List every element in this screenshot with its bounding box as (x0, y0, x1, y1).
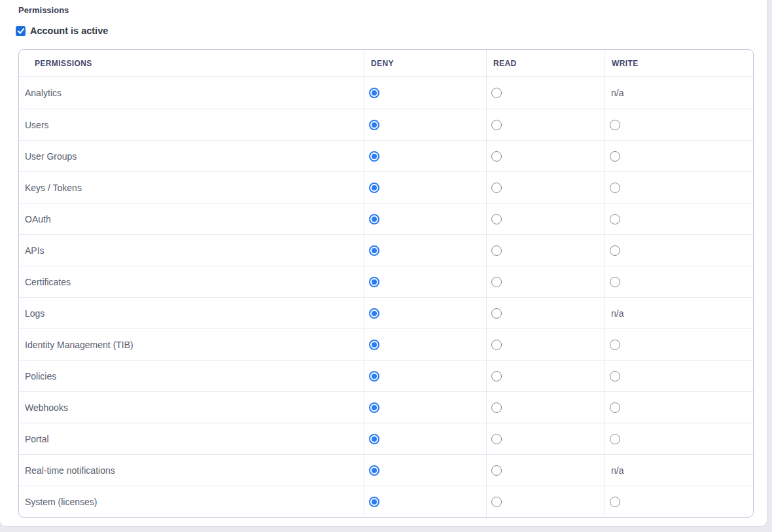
column-header-deny: DENY (364, 50, 486, 77)
read-cell (486, 172, 605, 203)
write-radio[interactable] (610, 340, 620, 350)
deny-cell (364, 298, 486, 328)
deny-cell (364, 392, 486, 423)
deny-radio[interactable] (369, 434, 379, 444)
write-na-value: n/a (610, 465, 623, 476)
write-cell (605, 423, 753, 454)
deny-cell (364, 141, 486, 171)
column-header-write: WRITE (605, 50, 753, 77)
write-radio[interactable] (610, 371, 620, 381)
write-radio[interactable] (610, 214, 620, 224)
read-cell (486, 298, 605, 328)
read-radio[interactable] (491, 497, 502, 507)
read-cell (486, 109, 605, 140)
deny-cell (364, 109, 486, 140)
write-cell: n/a (605, 77, 753, 109)
deny-radio[interactable] (369, 497, 379, 507)
read-radio[interactable] (491, 151, 502, 162)
read-cell (486, 455, 605, 486)
permission-label: System (licenses) (19, 486, 364, 517)
write-radio[interactable] (610, 434, 620, 444)
permission-label: Users (19, 109, 364, 140)
read-radio[interactable] (491, 402, 502, 413)
read-radio[interactable] (491, 371, 502, 381)
permission-label: Policies (19, 361, 364, 391)
permission-row: Users (19, 109, 753, 140)
read-radio[interactable] (491, 277, 502, 287)
deny-radio[interactable] (369, 88, 379, 98)
write-radio[interactable] (610, 245, 620, 256)
permission-label: Real-time notifications (19, 455, 364, 486)
permission-label: Logs (19, 298, 364, 328)
write-cell (605, 141, 753, 171)
permission-row: Identity Management (TIB) (19, 328, 753, 360)
deny-radio[interactable] (369, 340, 379, 350)
write-radio[interactable] (610, 277, 620, 287)
read-cell (486, 266, 605, 297)
read-radio[interactable] (491, 120, 502, 130)
deny-cell (364, 172, 486, 203)
read-radio[interactable] (491, 340, 502, 350)
write-radio[interactable] (610, 402, 620, 413)
deny-radio[interactable] (369, 183, 379, 193)
read-cell (486, 329, 605, 360)
deny-radio[interactable] (369, 371, 379, 381)
write-radio[interactable] (610, 183, 620, 193)
deny-cell (364, 77, 486, 109)
deny-cell (364, 486, 486, 517)
permissions-table: PERMISSIONS DENY READ WRITE Analyticsn/a… (18, 49, 754, 518)
write-cell (605, 392, 753, 423)
read-radio[interactable] (491, 245, 502, 256)
permission-label: Keys / Tokens (19, 172, 364, 203)
deny-cell (364, 455, 486, 486)
write-radio[interactable] (610, 120, 620, 130)
permission-row: OAuth (19, 203, 753, 234)
permission-label: APIs (19, 235, 364, 266)
deny-cell (364, 329, 486, 360)
read-cell (486, 235, 605, 266)
read-radio[interactable] (491, 434, 502, 444)
write-radio[interactable] (610, 497, 620, 507)
account-active-checkbox[interactable] (16, 26, 26, 36)
write-cell (605, 486, 753, 517)
permission-label: Portal (19, 423, 364, 454)
permission-label: OAuth (19, 204, 364, 234)
deny-radio[interactable] (369, 465, 379, 476)
deny-radio[interactable] (369, 402, 379, 413)
deny-radio[interactable] (369, 245, 379, 256)
deny-radio[interactable] (369, 214, 379, 224)
deny-cell (364, 266, 486, 297)
write-cell (605, 361, 753, 391)
read-radio[interactable] (491, 214, 502, 224)
deny-cell (364, 423, 486, 454)
deny-radio[interactable] (369, 151, 379, 162)
deny-radio[interactable] (369, 120, 379, 130)
permission-row: Keys / Tokens (19, 171, 753, 203)
read-cell (486, 392, 605, 423)
deny-cell (364, 204, 486, 234)
read-radio[interactable] (491, 308, 502, 319)
permission-label: User Groups (19, 141, 364, 171)
permission-row: Webhooks (19, 391, 753, 423)
read-cell (486, 486, 605, 517)
write-cell (605, 172, 753, 203)
read-radio[interactable] (491, 465, 502, 476)
deny-radio[interactable] (369, 277, 379, 287)
write-cell (605, 235, 753, 266)
deny-radio[interactable] (369, 308, 379, 319)
write-cell (605, 109, 753, 140)
permission-row: Certificates (19, 266, 753, 297)
write-cell (605, 204, 753, 234)
permission-label: Identity Management (TIB) (19, 329, 364, 360)
permission-row: Real-time notificationsn/a (19, 454, 753, 486)
read-cell (486, 77, 605, 109)
read-cell (486, 361, 605, 391)
read-radio[interactable] (491, 88, 502, 98)
column-header-read: READ (486, 50, 605, 77)
write-radio[interactable] (610, 151, 620, 162)
table-header-row: PERMISSIONS DENY READ WRITE (19, 50, 753, 77)
account-active-label: Account is active (30, 26, 108, 36)
write-na-value: n/a (610, 308, 623, 319)
write-cell (605, 329, 753, 360)
read-radio[interactable] (491, 183, 502, 193)
